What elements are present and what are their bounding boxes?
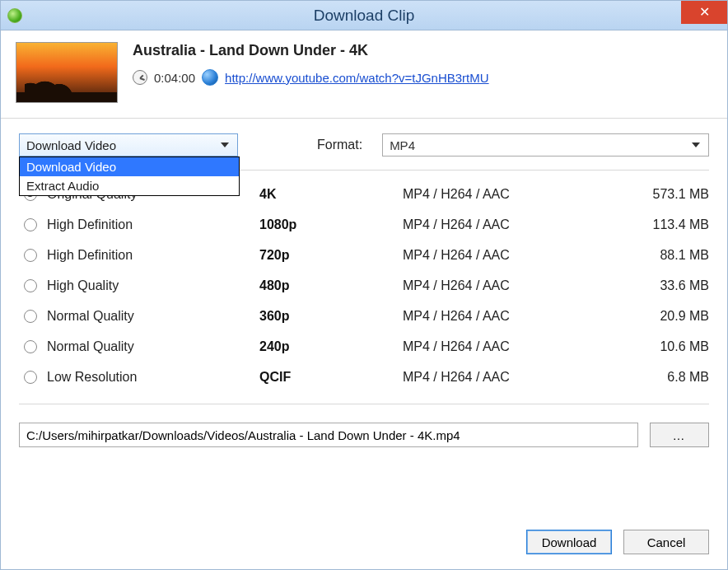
- quality-option-row[interactable]: Normal Quality 240p MP4 / H264 / AAC 10.…: [19, 331, 709, 362]
- app-icon: [7, 8, 22, 23]
- action-dropdown-value: Download Video: [26, 138, 116, 152]
- video-header: Australia - Land Down Under - 4K 0:04:00…: [1, 30, 727, 119]
- save-path-row: …: [19, 404, 709, 456]
- codec-label: MP4 / H264 / AAC: [403, 248, 623, 263]
- dialog-body: Download Video Download Video Extract Au…: [1, 119, 727, 518]
- globe-icon: [202, 69, 218, 86]
- quality-label: High Definition: [47, 248, 259, 263]
- quality-options-list: Original Quality 4K MP4 / H264 / AAC 573…: [19, 171, 709, 404]
- codec-label: MP4 / H264 / AAC: [403, 278, 623, 293]
- action-option-extract-audio[interactable]: Extract Audio: [20, 176, 239, 195]
- codec-label: MP4 / H264 / AAC: [403, 217, 623, 232]
- dialog-footer: Download Cancel: [1, 518, 727, 569]
- format-dropdown-value: MP4: [390, 138, 415, 152]
- size-label: 113.4 MB: [623, 217, 709, 232]
- codec-label: MP4 / H264 / AAC: [403, 309, 623, 324]
- close-button[interactable]: ✕: [681, 1, 727, 24]
- quality-option-row[interactable]: Normal Quality 360p MP4 / H264 / AAC 20.…: [19, 301, 709, 331]
- radio-button[interactable]: [24, 371, 37, 384]
- video-thumbnail: [16, 42, 118, 103]
- controls-row: Download Video Download Video Extract Au…: [19, 133, 709, 171]
- quality-option-row[interactable]: Low Resolution QCIF MP4 / H264 / AAC 6.8…: [19, 362, 709, 392]
- download-clip-dialog: Download Clip ✕ Australia - Land Down Un…: [0, 0, 728, 570]
- size-label: 33.6 MB: [623, 278, 709, 293]
- quality-label: Low Resolution: [47, 370, 259, 385]
- quality-option-row[interactable]: High Definition 720p MP4 / H264 / AAC 88…: [19, 240, 709, 270]
- video-duration: 0:04:00: [154, 71, 195, 85]
- resolution-label: QCIF: [259, 370, 403, 385]
- action-option-download-video[interactable]: Download Video: [20, 157, 239, 176]
- clock-icon: [133, 70, 147, 85]
- size-label: 573.1 MB: [623, 187, 709, 202]
- quality-option-row[interactable]: High Quality 480p MP4 / H264 / AAC 33.6 …: [19, 270, 709, 301]
- quality-label: High Quality: [47, 278, 259, 293]
- radio-button[interactable]: [24, 310, 37, 323]
- format-dropdown[interactable]: MP4: [382, 133, 709, 157]
- resolution-label: 480p: [259, 278, 403, 293]
- cancel-button[interactable]: Cancel: [623, 530, 709, 554]
- radio-button[interactable]: [24, 249, 37, 262]
- radio-button[interactable]: [24, 218, 37, 231]
- video-url-link[interactable]: http://www.youtube.com/watch?v=tJGnHB3rt…: [225, 71, 489, 85]
- radio-button[interactable]: [24, 340, 37, 353]
- resolution-label: 240p: [259, 339, 403, 354]
- codec-label: MP4 / H264 / AAC: [403, 370, 623, 385]
- size-label: 88.1 MB: [623, 248, 709, 263]
- quality-label: High Definition: [47, 217, 259, 232]
- action-dropdown[interactable]: Download Video Download Video Extract Au…: [19, 133, 238, 157]
- video-meta: 0:04:00 http://www.youtube.com/watch?v=t…: [133, 69, 489, 86]
- window-title: Download Clip: [1, 7, 727, 25]
- video-info: Australia - Land Down Under - 4K 0:04:00…: [133, 42, 489, 103]
- close-icon: ✕: [699, 4, 710, 20]
- download-button[interactable]: Download: [526, 530, 612, 554]
- quality-label: Normal Quality: [47, 339, 259, 354]
- radio-button[interactable]: [24, 279, 37, 292]
- chevron-down-icon: [692, 142, 700, 147]
- resolution-label: 1080p: [259, 217, 403, 232]
- browse-button[interactable]: …: [650, 423, 709, 447]
- resolution-label: 360p: [259, 309, 403, 324]
- resolution-label: 4K: [259, 187, 403, 202]
- format-label: Format:: [317, 138, 362, 152]
- size-label: 20.9 MB: [623, 309, 709, 324]
- titlebar: Download Clip ✕: [1, 1, 727, 30]
- video-title: Australia - Land Down Under - 4K: [133, 42, 489, 59]
- codec-label: MP4 / H264 / AAC: [403, 187, 623, 202]
- action-dropdown-list: Download Video Extract Audio: [19, 157, 240, 196]
- size-label: 10.6 MB: [623, 339, 709, 354]
- quality-option-row[interactable]: High Definition 1080p MP4 / H264 / AAC 1…: [19, 209, 709, 240]
- resolution-label: 720p: [259, 248, 403, 263]
- codec-label: MP4 / H264 / AAC: [403, 339, 623, 354]
- chevron-down-icon: [221, 142, 229, 147]
- quality-label: Normal Quality: [47, 309, 259, 324]
- size-label: 6.8 MB: [623, 370, 709, 385]
- save-path-input[interactable]: [19, 423, 638, 447]
